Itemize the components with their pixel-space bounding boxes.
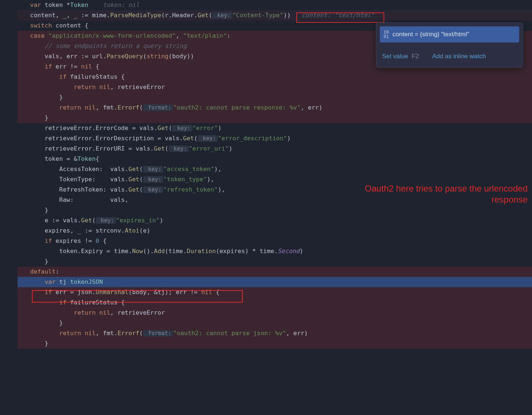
code-line: default: xyxy=(18,267,532,277)
code-line: content, _, _ := mime.ParseMediaType(r.H… xyxy=(18,10,532,21)
code-line: retrieveError.ErrorURI = vals.Get( key:"… xyxy=(18,144,532,154)
popup-variable-row[interactable]: 10 01 content = {string} "text/html" xyxy=(380,26,519,42)
current-line: var tj tokenJSON xyxy=(18,277,532,287)
param-hint: format: xyxy=(143,104,173,111)
code-line: var token *Token token: nil xyxy=(18,0,532,10)
code-line: RefreshToken: vals.Get( key:"refresh_tok… xyxy=(18,185,532,195)
code-line: if failureStatus { xyxy=(18,72,532,82)
code-line: e := vals.Get( key:"expires_in") xyxy=(18,215,532,226)
code-line: AccessToken: vals.Get( key:"access_token… xyxy=(18,164,532,174)
code-line: retrieveError.ErrorCode = vals.Get( key:… xyxy=(18,123,532,133)
code-line: } xyxy=(18,205,532,215)
keyword-var: var xyxy=(30,1,41,8)
param-hint: key: xyxy=(172,125,192,131)
code-line: return nil, fmt.Errorf( format:"oauth2: … xyxy=(18,103,532,113)
code-line: } xyxy=(18,92,532,103)
code-line: token.Expiry = time.Now().Add(time.Durat… xyxy=(18,246,532,256)
param-hint: key: xyxy=(198,135,218,142)
code-line: } xyxy=(18,113,532,123)
add-inline-watch-action[interactable]: Add as inline watch xyxy=(432,51,486,62)
code-line: Raw: vals, xyxy=(18,195,532,205)
debug-evaluate-popup[interactable]: 10 01 content = {string} "text/html" Set… xyxy=(376,22,523,68)
param-hint: key: xyxy=(169,145,189,152)
inlay-hint: token: nil xyxy=(103,1,139,8)
code-line: TokenType: vals.Get( key:"token_type"), xyxy=(18,174,532,185)
code-line: expires, _ := strconv.Atoi(e) xyxy=(18,226,532,236)
inlay-hint: content: "text/html" xyxy=(302,12,375,19)
code-editor[interactable]: var token *Token token: nil content, _, … xyxy=(0,0,532,415)
variable-value: content = {string} "text/html" xyxy=(392,29,469,40)
code-line: } xyxy=(18,338,532,349)
param-hint: key: xyxy=(143,186,163,193)
param-hint: format: xyxy=(143,330,173,337)
popup-actions: Set valueF2 Add as inline watch xyxy=(376,46,523,67)
code-line: return nil, retrieveError xyxy=(18,308,532,318)
code-line: if failureStatus { xyxy=(18,297,532,308)
code-line: if expires != 0 { xyxy=(18,236,532,246)
code-line: retrieveError.ErrorDescription = vals.Ge… xyxy=(18,133,532,144)
code-line: } xyxy=(18,256,532,267)
set-value-action[interactable]: Set valueF2 xyxy=(382,51,419,62)
code-line: if err = json.Unmarshal(body, &tj); err … xyxy=(18,287,532,297)
param-hint: key: xyxy=(143,176,163,183)
param-hint: key: xyxy=(212,12,232,19)
code-line: return nil, retrieveError xyxy=(18,82,532,92)
code-line: } xyxy=(18,318,532,328)
binary-icon: 10 01 xyxy=(384,30,389,39)
param-hint: key: xyxy=(96,217,116,224)
code-line: return nil, fmt.Errorf( format:"oauth2: … xyxy=(18,328,532,338)
gutter xyxy=(0,0,18,415)
code-line: token = &Token{ xyxy=(18,154,532,164)
param-hint: key: xyxy=(143,166,163,173)
